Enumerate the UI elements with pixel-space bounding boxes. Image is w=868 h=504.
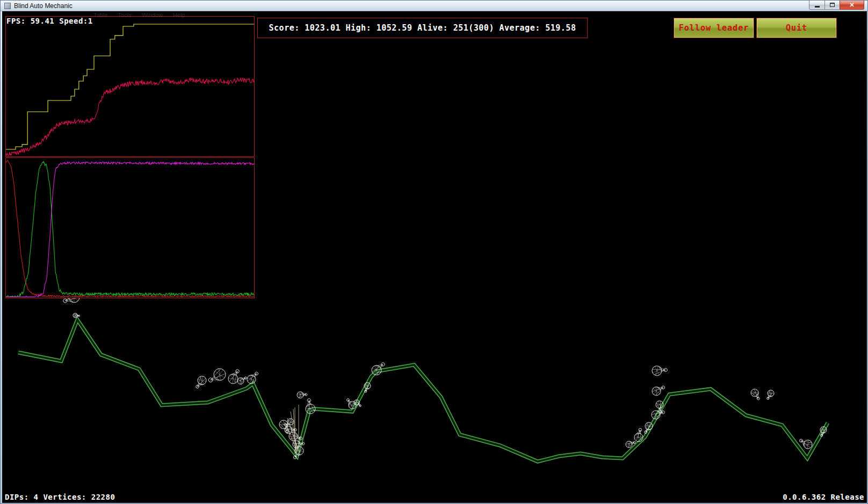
app-icon [4, 3, 11, 9]
dips-readout: DIPs: 4 Vertices: 22280 [5, 493, 115, 501]
close-icon: ✕ [849, 2, 854, 9]
menu-item-help[interactable]: Help [173, 12, 185, 18]
maximize-button[interactable] [824, 1, 840, 10]
titlebar[interactable]: Blind Auto Mechanic ✕ [1, 1, 867, 11]
quit-button[interactable]: Quit [756, 18, 837, 38]
score-panel: Score: 1023.01 High: 1052.59 Alive: 251(… [257, 18, 588, 38]
population-chart [5, 157, 255, 298]
follow-leader-button[interactable]: Follow leader [674, 18, 754, 38]
menu-item-table[interactable]: Table [93, 12, 107, 18]
app-window: Blind Auto Mechanic ✕ Table Tools Window… [0, 0, 868, 504]
window-title: Blind Auto Mechanic [14, 1, 73, 11]
close-button[interactable]: ✕ [840, 1, 864, 10]
simulation-canvas: Table Tools Window Help FPS: 59.41 Speed… [2, 11, 867, 503]
window-controls: ✕ [809, 1, 864, 10]
menu-item-tools[interactable]: Tools [118, 12, 132, 18]
fps-readout: FPS: 59.41 Speed:1 [6, 17, 93, 25]
minimize-button[interactable] [809, 1, 825, 10]
score-history-chart [5, 16, 255, 157]
menu-item-window[interactable]: Window [142, 12, 163, 18]
version-label: 0.0.6.362 Release [783, 493, 864, 501]
maximize-icon [830, 3, 835, 7]
menubar: Table Tools Window Help [93, 12, 185, 18]
minimize-icon [815, 6, 820, 8]
